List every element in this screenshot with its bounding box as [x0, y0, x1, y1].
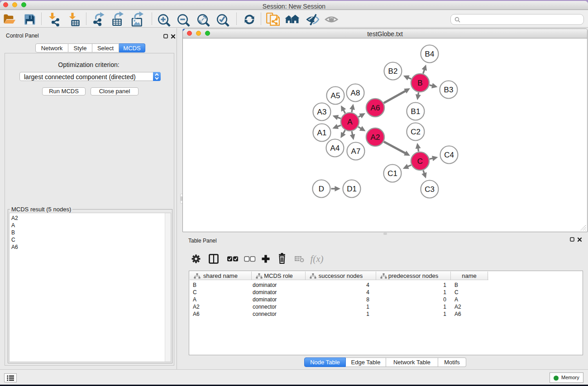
svg-text:D: D [319, 185, 324, 193]
svg-text:B1: B1 [411, 107, 421, 116]
svg-text:C1: C1 [387, 169, 397, 178]
svg-text:D1: D1 [347, 185, 357, 193]
svg-text:C: C [417, 157, 423, 166]
svg-text:B2: B2 [388, 67, 398, 76]
svg-text:A3: A3 [317, 108, 327, 116]
svg-text:A4: A4 [330, 144, 340, 152]
svg-text:B4: B4 [425, 50, 435, 58]
svg-text:A: A [347, 118, 353, 126]
svg-text:C3: C3 [425, 185, 435, 194]
svg-text:C2: C2 [411, 128, 421, 136]
svg-text:A6: A6 [371, 104, 380, 112]
svg-text:A1: A1 [317, 129, 327, 137]
svg-text:A7: A7 [351, 147, 361, 156]
svg-text:B3: B3 [444, 86, 454, 94]
svg-text:A8: A8 [351, 89, 360, 97]
svg-text:A2: A2 [371, 133, 380, 142]
svg-text:C4: C4 [444, 151, 454, 159]
svg-text:B: B [417, 79, 422, 87]
svg-text:f(x): f(x) [310, 253, 323, 264]
svg-text:A5: A5 [331, 91, 340, 100]
